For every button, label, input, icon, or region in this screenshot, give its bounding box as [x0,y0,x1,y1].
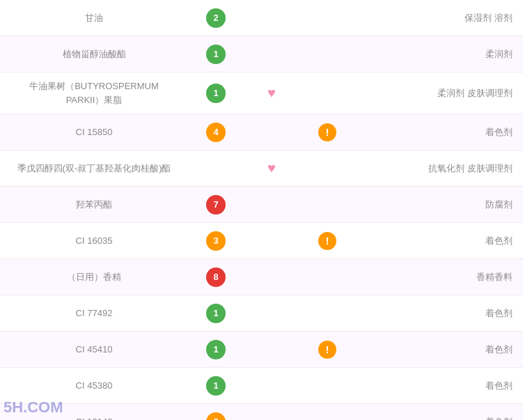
ingredient-name: 牛油果树（BUTYROSPERMUM PARKII）果脂 [0,72,188,114]
heart-icon-col: ♥ [244,85,299,101]
ingredient-name: 季戊四醇四(双-叔丁基羟基化肉桂酸)酯 [0,155,188,182]
score-badge: 1 [188,84,244,103]
table-row[interactable]: CI 454101!着色剂 [0,332,523,368]
warning-icon: ! [318,232,336,250]
warning-icon-col: ! [299,232,355,250]
heart-icon: ♥ [267,85,276,101]
score-badge: 1 [188,376,244,396]
ingredient-function: 着色剂 [355,373,523,399]
warning-icon: ! [318,123,336,141]
table-row[interactable]: CI 160353!着色剂 [0,223,523,259]
ingredient-function: 防腐剂 [355,192,523,218]
ingredient-name: 甘油 [0,4,188,32]
ingredient-name: （日用）香精 [0,263,188,291]
watermark: 5H.COM [3,398,63,417]
ingredient-name: 植物甾醇油酸酯 [0,40,188,68]
ingredient-function: 香精香料 [355,264,523,290]
ingredient-function: 柔润剂 皮肤调理剂 [355,80,523,107]
score-badge: 2 [188,8,244,28]
ingredient-name: CI 15850 [0,118,188,146]
heart-icon-col: ♥ [244,160,299,176]
ingredient-name: CI 16035 [0,227,188,255]
table-row[interactable]: 甘油2保湿剂 溶剂 [0,0,523,36]
table-row[interactable]: CI 191403着色剂 [0,404,523,420]
score-badge: 4 [188,123,244,142]
ingredient-name: CI 45380 [0,372,188,400]
ingredient-function: 着色剂 [355,336,523,363]
table-row[interactable]: （日用）香精8香精香料 [0,259,523,295]
ingredients-table: 甘油2保湿剂 溶剂植物甾醇油酸酯1柔润剂牛油果树（BUTYROSPERMUM P… [0,0,523,420]
score-badge: 7 [188,195,244,215]
ingredient-function: 着色剂 [355,119,523,146]
ingredient-function: 抗氧化剂 皮肤调理剂 [355,155,523,182]
score-badge: 3 [188,412,244,421]
score-badge: 8 [188,267,244,287]
ingredient-name: 羟苯丙酯 [0,191,188,219]
warning-icon-col: ! [299,123,355,141]
table-row[interactable]: 植物甾醇油酸酯1柔润剂 [0,36,523,72]
ingredient-name: CI 45410 [0,336,188,364]
warning-icon-col: ! [299,341,355,359]
score-badge: 1 [188,304,244,323]
ingredient-function: 保湿剂 溶剂 [355,5,523,31]
score-badge: 1 [188,340,244,359]
table-row[interactable]: 季戊四醇四(双-叔丁基羟基化肉桂酸)酯♥抗氧化剂 皮肤调理剂 [0,150,523,187]
ingredient-name: CI 77492 [0,300,188,327]
warning-icon: ! [318,341,336,359]
table-row[interactable]: 牛油果树（BUTYROSPERMUM PARKII）果脂1♥柔润剂 皮肤调理剂 [0,72,523,114]
score-badge: 1 [188,45,244,64]
ingredient-function: 着色剂 [355,300,523,327]
table-row[interactable]: CI 158504!着色剂 [0,114,523,150]
ingredient-function: 着色剂 [355,409,523,421]
ingredient-function: 着色剂 [355,228,523,254]
table-row[interactable]: 羟苯丙酯7防腐剂 [0,187,523,223]
ingredient-function: 柔润剂 [355,41,523,68]
table-row[interactable]: CI 453801着色剂 [0,368,523,404]
heart-icon: ♥ [267,160,276,176]
score-badge: 3 [188,231,244,251]
table-row[interactable]: CI 774921着色剂 [0,295,523,332]
